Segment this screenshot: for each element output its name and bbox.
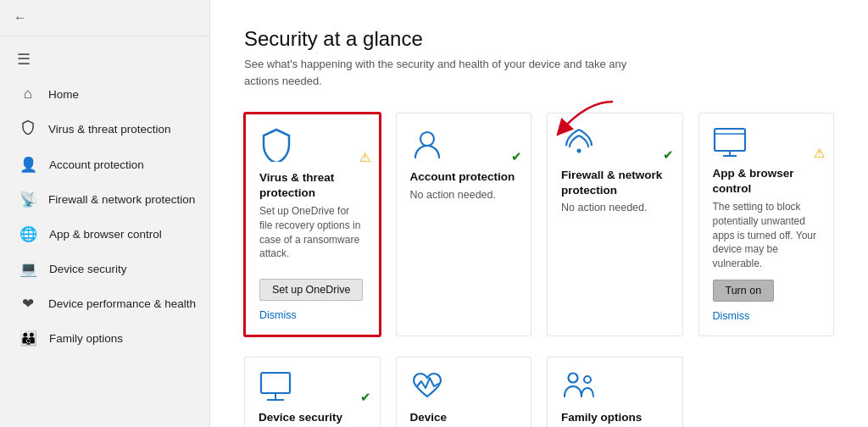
back-button[interactable]: ← [14,10,27,25]
svg-rect-3 [715,129,745,151]
svg-rect-8 [261,373,290,393]
card-virus[interactable]: ⚠ Virus & threat protection Set up OneDr… [244,113,381,336]
top-cards-grid: ⚠ Virus & threat protection Set up OneDr… [244,113,834,336]
card-family[interactable]: Family options Manage how your family us… [547,357,683,427]
device-health-card-title: Device performance & health [410,410,518,427]
home-icon: ⌂ [19,86,36,103]
browser-icon: 🌐 [19,225,37,243]
sidebar-nav: ⌂ Home Virus & threat protection 👤 Accou… [0,74,209,356]
sidebar-item-account[interactable]: 👤 Account protection [0,147,209,182]
card-device-security[interactable]: ✔ Device security View status and manage… [244,357,381,427]
svg-point-12 [584,376,591,383]
svg-point-1 [420,132,434,146]
virus-card-actions: Set up OneDrive Dismiss [259,279,365,321]
sidebar-item-virus[interactable]: Virus & threat protection [0,111,209,147]
sidebar-item-family[interactable]: 👪 Family options [0,321,209,356]
wifi-icon: 📡 [19,191,36,208]
bottom-cards-grid: ✔ Device security View status and manage… [244,357,834,427]
sidebar-item-label: Firewall & network protection [48,193,195,206]
sidebar-item-firewall[interactable]: 📡 Firewall & network protection [0,182,209,217]
sidebar-item-label: Account protection [49,158,144,171]
card-device-health[interactable]: Device performance & health No action ne… [396,357,532,427]
page-title: Security at a glance [244,27,834,51]
firewall-card-title: Firewall & network protection [561,168,669,197]
family-icon: 👪 [19,330,37,347]
sidebar-item-label: Device security [49,263,127,275]
account-card-title: Account protection [410,169,518,185]
family-card-icon [561,371,669,402]
family-card-title: Family options [561,410,669,425]
sidebar-item-device-health[interactable]: ❤ Device performance & health [0,286,209,321]
firewall-card-status: No action needed. [561,202,669,214]
heart-icon: ❤ [19,295,36,313]
ok-badge-device-icon: ✔ [360,391,371,403]
account-card-status: No action needed. [410,189,518,201]
svg-point-11 [569,374,578,383]
app-browser-card-desc: The setting to block potentially unwante… [713,200,821,271]
setup-onedrive-button[interactable]: Set up OneDrive [259,279,363,301]
virus-card-icon: ⚠ [259,128,365,162]
main-content: Security at a glance See what's happenin… [210,0,868,427]
app-browser-card-title: App & browser control [713,166,821,196]
sidebar-item-app-browser[interactable]: 🌐 App & browser control [0,217,209,252]
sidebar: ← ☰ ⌂ Home Virus & threat protection 👤 A… [0,0,210,427]
arrow-annotation [537,97,621,140]
card-account[interactable]: ✔ Account protection No action needed. [396,113,532,336]
ok-badge-account-icon: ✔ [511,150,522,163]
person-icon: 👤 [19,156,37,174]
sidebar-item-label: App & browser control [49,228,162,241]
sidebar-item-device-security[interactable]: 💻 Device security [0,252,209,286]
sidebar-item-home[interactable]: ⌂ Home [0,77,209,111]
ok-badge-firewall-icon: ✔ [663,148,674,161]
sidebar-item-label: Virus & threat protection [48,123,171,136]
empty-slot [698,357,835,427]
warn-badge-icon: ⚠ [359,151,370,164]
app-browser-dismiss-link[interactable]: Dismiss [713,310,821,322]
hamburger-icon[interactable]: ☰ [0,43,209,72]
sidebar-item-label: Family options [49,332,123,345]
card-firewall[interactable]: ✔ Firewall & network protection No actio… [547,113,683,336]
account-card-icon: ✔ [410,127,518,161]
device-security-icon: ✔ [259,371,366,402]
shield-icon [19,119,36,139]
virus-dismiss-link[interactable]: Dismiss [259,309,365,321]
svg-point-2 [577,149,581,153]
sidebar-item-label: Home [48,88,79,101]
sidebar-item-label: Device performance & health [48,297,196,310]
turn-on-button[interactable]: Turn on [713,280,775,302]
virus-card-title: Virus & threat protection [259,170,365,200]
laptop-icon: 💻 [19,260,37,278]
device-health-icon [410,371,518,402]
warn-badge-app-icon: ⚠ [814,147,825,159]
device-security-card-title: Device security [259,410,366,425]
app-browser-card-icon: ⚠ [713,127,821,158]
virus-card-desc: Set up OneDrive for file recovery option… [259,204,365,270]
app-browser-card-actions: Turn on Dismiss [713,280,821,322]
card-app-browser[interactable]: ⚠ App & browser control The setting to b… [698,113,835,336]
page-subtitle: See what's happening with the security a… [244,56,651,89]
